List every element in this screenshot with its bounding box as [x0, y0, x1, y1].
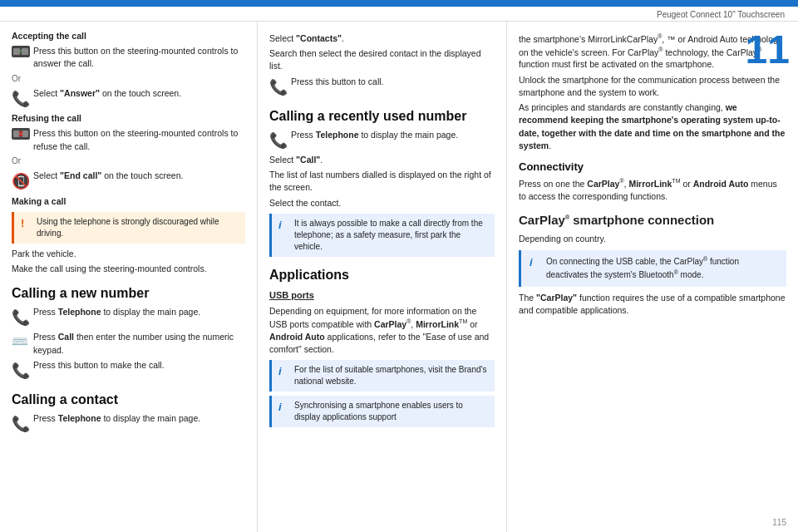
steering-refuse-icon: [12, 127, 33, 140]
contacts-select: Select "Contacts".: [269, 32, 495, 45]
new-number-row-1: 📞 Press Telephone to display the main pa…: [12, 306, 245, 328]
contacts-desc: Search then select the desired contact i…: [269, 47, 495, 72]
accepting-row-1: Press this button on the steering-mounte…: [12, 45, 245, 70]
middle-column: Select "Contacts". Search then select th…: [258, 22, 507, 532]
carplay-heading: CarPlay® smartphone connection: [519, 211, 786, 230]
chapter-number: 11: [746, 30, 790, 70]
top-bar: [0, 0, 798, 7]
usb-info-text: For the list of suitable smartphones, vi…: [294, 364, 488, 387]
content-area: Accepting the call Press this button on …: [0, 22, 798, 532]
phone-icon-4: 📞: [269, 76, 291, 98]
phone-icon-1: 📞: [12, 306, 33, 328]
accepting-row-2: 📞 Select "Answer" on the touch screen.: [12, 87, 245, 110]
page-container: Peugeot Connect 10" Touchscreen Acceptin…: [0, 0, 798, 532]
making-para1: Park the vehicle.: [12, 248, 245, 260]
connectivity-section: Connectivity Press on one the CarPlay®, …: [519, 159, 786, 203]
info-icon-3: i: [278, 400, 290, 415]
page-title: Peugeot Connect 10" Touchscreen: [657, 10, 785, 19]
usb-desc: Depending on equipment, for more informa…: [269, 305, 495, 356]
header-bar: Peugeot Connect 10" Touchscreen: [0, 7, 798, 22]
recently-heading: Calling a recently used number: [269, 106, 495, 126]
accepting-section: Accepting the call Press this button on …: [12, 30, 245, 110]
phone-icon-3: 📞: [12, 412, 33, 435]
applications-heading: Applications: [269, 265, 495, 284]
usb-heading: USB ports: [269, 289, 495, 303]
sync-info-box: i Synchronising a smartphone enables use…: [269, 396, 495, 427]
carplay-section: CarPlay® smartphone connection Depending…: [519, 211, 786, 317]
applications-section: Applications USB ports Depending on equi…: [269, 265, 495, 428]
info-icon-1: i: [278, 218, 290, 233]
making-warning: ! Using the telephone is strongly discou…: [12, 212, 245, 244]
svg-rect-1: [13, 48, 20, 55]
sync-info-text: Synchronising a smartphone enables users…: [294, 400, 488, 423]
contacts-call-text: Press this button to call.: [291, 76, 495, 88]
making-warning-text: Using the telephone is strongly discoura…: [37, 216, 239, 239]
recently-select-call: Select "Call".: [269, 154, 495, 166]
refusing-section: Refusing the call Press this button on t…: [12, 112, 245, 192]
recently-text-1: Press Telephone to display the main page…: [291, 129, 495, 141]
contact-text-1: Press Telephone to display the main page…: [33, 412, 245, 425]
refusing-heading: Refusing the call: [12, 112, 245, 125]
contact-heading: Calling a contact: [12, 390, 245, 409]
refusing-row-2: 📵 Select "End call" on the touch screen.: [12, 170, 245, 192]
making-para2: Make the call using the steering-mounted…: [12, 263, 245, 275]
phone-answer-icon: 📞: [12, 87, 33, 110]
principles-text: As principles and standards are constant…: [519, 101, 786, 152]
making-section: Making a call ! Using the telephone is s…: [12, 195, 245, 276]
refusing-text-1: Press this button on the steering-mounte…: [33, 127, 245, 152]
accepting-text-2: Select "Answer" on the touch screen.: [33, 87, 245, 100]
new-number-text-2: Press Call then enter the number using t…: [33, 331, 245, 356]
or-label-1: Or: [12, 73, 245, 86]
or-label-2: Or: [12, 155, 245, 168]
contact-row-1: 📞 Press Telephone to display the main pa…: [12, 412, 245, 435]
recently-info-text: It is always possible to make a call dir…: [294, 218, 488, 253]
warning-icon: !: [21, 216, 32, 231]
phone-icon-2: 📞: [12, 359, 33, 382]
new-number-row-3: 📞 Press this button to make the call.: [12, 359, 245, 382]
page-number: 115: [772, 516, 786, 529]
new-number-text-3: Press this button to make the call.: [33, 359, 245, 372]
accepting-heading: Accepting the call: [12, 30, 245, 42]
steering-answer-icon: [12, 45, 33, 57]
unlock-text: Unlock the smartphone for the communicat…: [519, 74, 786, 99]
new-number-row-2: ⌨️ Press Call then enter the number usin…: [12, 331, 245, 356]
recently-used-section: Calling a recently used number 📞 Press T…: [269, 106, 495, 257]
info-icon-2: i: [278, 364, 290, 379]
left-column: Accepting the call Press this button on …: [0, 22, 258, 532]
right-column: 11 the smartphone's MirrorLinkCarPlay®, …: [507, 22, 798, 532]
connectivity-desc: Press on one the CarPlay®, MirrorLinkTM …: [519, 177, 786, 203]
recently-row-1: 📞 Press Telephone to display the main pa…: [269, 129, 495, 151]
keypad-icon: ⌨️: [12, 331, 33, 351]
new-number-heading: Calling a new number: [12, 283, 245, 303]
refusing-text-2: Select "End call" on the touch screen.: [33, 170, 245, 182]
recently-list-desc: The list of last numbers dialled is disp…: [269, 169, 495, 194]
usb-info-box: i For the list of suitable smartphones, …: [269, 360, 495, 392]
new-number-text-1: Press Telephone to display the main page…: [33, 306, 245, 318]
new-number-section: Calling a new number 📞 Press Telephone t…: [12, 283, 245, 382]
carplay-info-box-1: i On connecting the USB cable, the CarPl…: [519, 250, 786, 287]
phone-icon-5: 📞: [269, 129, 291, 151]
contact-section: Calling a contact 📞 Press Telephone to d…: [12, 390, 245, 435]
making-heading: Making a call: [12, 195, 245, 208]
phone-end-icon: 📵: [12, 170, 33, 192]
accepting-text-1: Press this button on the steering-mounte…: [33, 45, 245, 70]
carplay-sub: Depending on country.: [519, 233, 786, 245]
carplay-info-text-1: On connecting the USB cable, the CarPlay…: [546, 255, 778, 282]
contacts-call-row: 📞 Press this button to call.: [269, 76, 495, 98]
info-icon-4: i: [530, 255, 541, 271]
carplay-info-text-2: The "CarPlay" function requires the use …: [519, 292, 786, 317]
svg-rect-2: [22, 48, 28, 55]
recently-select-contact: Select the contact.: [269, 197, 495, 209]
recently-info-box: i It is always possible to make a call d…: [269, 214, 495, 257]
connectivity-heading: Connectivity: [519, 159, 786, 175]
refusing-row-1: Press this button on the steering-mounte…: [12, 127, 245, 152]
